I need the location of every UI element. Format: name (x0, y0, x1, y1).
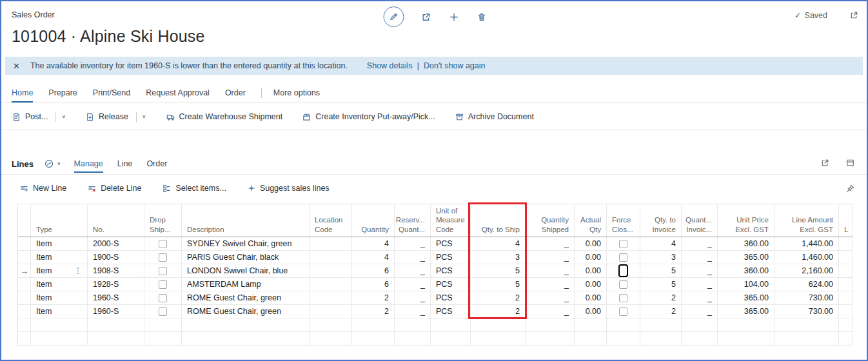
cell-location-code[interactable] (310, 291, 352, 305)
notification-close-icon[interactable]: ✕ (13, 61, 20, 71)
cell-unit-price-excl-gst[interactable]: 365.00 (718, 291, 774, 305)
cell-actual-qty[interactable]: 0.00 (575, 305, 607, 318)
row-menu-icon[interactable]: ⋮ (74, 266, 82, 275)
cell-unit-of-measure[interactable]: PCS (431, 237, 471, 251)
select-items-button[interactable]: Select items... (162, 184, 226, 193)
column-header-quantity[interactable]: Quantity (352, 204, 395, 237)
table-row[interactable]: Item1928-SAMSTERDAM Lamp6_PCS5_0.005_104… (18, 278, 853, 291)
column-header-quantity-shipped[interactable]: Quantity Shipped (526, 204, 575, 237)
cell-selector[interactable] (18, 305, 31, 318)
cell-quantity-shipped[interactable]: _ (526, 264, 575, 278)
cell-no[interactable]: 1960-S (88, 291, 144, 305)
cell-reserved-quantity[interactable]: _ (395, 278, 431, 291)
cell-actual-qty[interactable]: 0.00 (575, 237, 607, 251)
cell-drop-shipment[interactable] (144, 251, 182, 264)
cell-type[interactable]: Item (31, 251, 88, 264)
cell-qty-to-ship[interactable]: 2 (471, 305, 526, 318)
cell-type[interactable]: Item⋮ (31, 264, 88, 278)
drop-shipment-checkbox[interactable] (159, 253, 167, 262)
column-header-drop-shipment[interactable]: Drop Ship... (144, 204, 182, 237)
cell-reserved-quantity[interactable]: _ (395, 291, 431, 305)
cell-actual-qty[interactable]: 0.00 (575, 291, 607, 305)
cell-qty-to-invoice[interactable]: 5 (640, 278, 682, 291)
cell-trailing[interactable] (839, 305, 853, 318)
cell-force-close[interactable] (607, 291, 640, 305)
delete-line-button[interactable]: Delete Line (87, 184, 141, 193)
column-header-quantity-invoiced[interactable]: Quant... Invoic... (682, 204, 718, 237)
show-details-link[interactable]: Show details (367, 61, 413, 70)
create-inventory-putaway-pick-button[interactable]: Create Inventory Put-away/Pick... (302, 112, 435, 122)
cell-line-amount-excl-gst[interactable]: 2,160.00 (774, 264, 839, 278)
cell-trailing[interactable] (839, 264, 853, 278)
column-header-qty-to-ship[interactable]: Qty. to Ship (471, 204, 526, 237)
cell-quantity[interactable]: 2 (352, 291, 395, 305)
edit-icon[interactable] (384, 6, 404, 27)
table-row[interactable]: Item1900-SPARIS Guest Chair, black4_PCS3… (18, 251, 853, 264)
table-row[interactable] (18, 332, 853, 346)
force-close-checkbox[interactable] (619, 307, 627, 316)
force-close-checkbox[interactable] (619, 240, 627, 248)
cell-unit-of-measure[interactable]: PCS (431, 278, 471, 291)
cell-selector[interactable] (18, 237, 31, 251)
cell-qty-to-ship[interactable]: 5 (471, 264, 526, 278)
cell-force-close[interactable] (607, 305, 640, 318)
cell-reserved-quantity[interactable]: _ (395, 251, 431, 264)
column-header-force-close[interactable]: Force Clos... (607, 204, 640, 237)
cell-quantity[interactable]: 6 (352, 278, 395, 291)
table-row[interactable]: Item2000-SSYDNEY Swivel Chair, green4_PC… (18, 237, 853, 251)
cell-description[interactable]: SYDNEY Swivel Chair, green (182, 237, 310, 251)
column-header-trailing[interactable]: L (839, 204, 853, 237)
cell-reserved-quantity[interactable]: _ (395, 305, 431, 318)
cell-trailing[interactable] (839, 237, 853, 251)
drop-shipment-checkbox[interactable] (159, 280, 167, 289)
cell-location-code[interactable] (310, 251, 352, 264)
unpin-pane-icon[interactable] (845, 184, 855, 193)
cell-line-amount-excl-gst[interactable]: 1,460.00 (774, 251, 839, 264)
table-row[interactable]: Item1960-SROME Guest Chair, green2_PCS2_… (18, 305, 853, 318)
expand-lines-icon[interactable] (845, 158, 855, 170)
cell-force-close[interactable] (607, 251, 640, 264)
lines-tab-order[interactable]: Order (146, 155, 167, 173)
lines-options-button[interactable]: ∨ (44, 159, 61, 169)
cell-line-amount-excl-gst[interactable]: 624.00 (774, 278, 839, 291)
cell-location-code[interactable] (310, 278, 352, 291)
cell-qty-to-invoice[interactable]: 4 (640, 237, 682, 251)
cell-quantity-invoiced[interactable]: _ (682, 278, 718, 291)
column-header-type[interactable]: Type (31, 204, 88, 237)
tab-order[interactable]: Order (225, 88, 246, 102)
cell-qty-to-ship[interactable]: 5 (471, 278, 526, 291)
dont-show-again-link[interactable]: Don't show again (424, 61, 486, 70)
cell-quantity-shipped[interactable]: _ (526, 278, 575, 291)
table-row[interactable]: Item1960-SROME Guest Chair, green2_PCS2_… (18, 291, 853, 305)
table-row[interactable]: →Item⋮1908-SLONDON Swivel Chair, blue6_P… (18, 264, 853, 278)
cell-location-code[interactable] (310, 264, 352, 278)
open-in-new-window-icon[interactable] (849, 10, 859, 20)
post-button[interactable]: Post... ∨ (12, 112, 66, 122)
selected-row-arrow[interactable]: → (18, 264, 31, 278)
lines-tab-manage[interactable]: Manage (74, 155, 103, 173)
column-header-description[interactable]: Description (182, 204, 310, 237)
chevron-down-icon[interactable]: ∨ (61, 114, 66, 119)
cell-location-code[interactable] (310, 237, 352, 251)
cell-location-code[interactable] (310, 305, 352, 318)
cell-selector[interactable] (18, 291, 31, 305)
cell-qty-to-ship[interactable]: 3 (471, 251, 526, 264)
force-close-checkbox[interactable] (619, 280, 627, 289)
cell-type[interactable]: Item (31, 291, 88, 305)
cell-quantity[interactable]: 2 (352, 305, 395, 318)
cell-no[interactable]: 1960-S (88, 305, 144, 318)
cell-actual-qty[interactable]: 0.00 (575, 278, 607, 291)
cell-unit-price-excl-gst[interactable]: 365.00 (718, 251, 774, 264)
cell-drop-shipment[interactable] (144, 237, 182, 251)
cell-type[interactable]: Item (31, 278, 88, 291)
cell-quantity-shipped[interactable]: _ (526, 237, 575, 251)
cell-quantity[interactable]: 4 (352, 237, 395, 251)
cell-unit-of-measure[interactable]: PCS (431, 251, 471, 264)
cell-unit-price-excl-gst[interactable]: 360.00 (718, 237, 774, 251)
suggest-sales-lines-button[interactable]: Suggest sales lines (247, 184, 330, 193)
column-header-line-amount-excl-gst[interactable]: Line Amount Excl. GST (774, 204, 839, 237)
cell-reserved-quantity[interactable]: _ (395, 237, 431, 251)
cell-force-close[interactable] (607, 264, 640, 278)
column-header-no[interactable]: No. (88, 204, 144, 237)
force-close-checkbox[interactable] (618, 264, 628, 277)
